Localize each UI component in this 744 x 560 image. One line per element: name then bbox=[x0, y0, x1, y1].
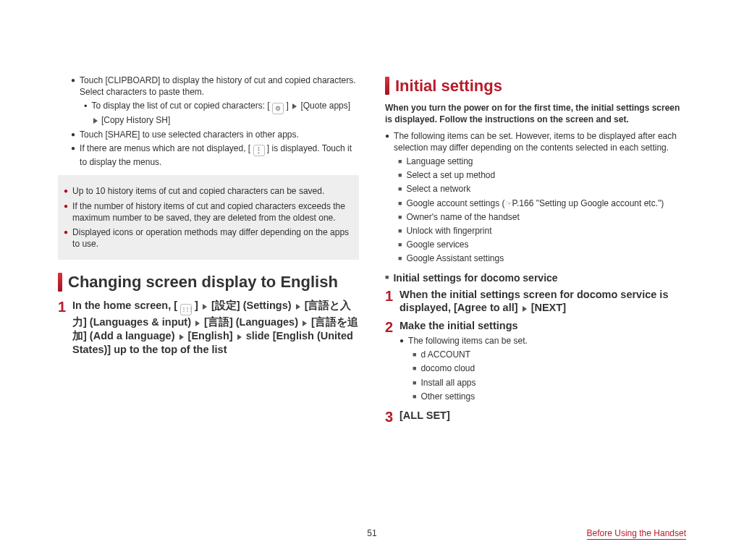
text: Google account settings (P.166 "Setting … bbox=[406, 198, 686, 209]
text: Select a set up method bbox=[406, 169, 686, 181]
text: The following items can be set. However,… bbox=[394, 130, 686, 153]
text: To display the list of cut or copied cha… bbox=[92, 101, 270, 111]
list-item: If there are menus which are not display… bbox=[71, 143, 359, 169]
bullet-icon bbox=[385, 130, 389, 153]
text: To display the list of cut or copied cha… bbox=[92, 100, 359, 126]
text: d ACCOUNT bbox=[420, 349, 686, 360]
square-icon bbox=[398, 198, 402, 209]
step-number: 3 bbox=[385, 409, 400, 425]
arrow-icon bbox=[179, 334, 184, 340]
heading-text: Initial settings bbox=[395, 77, 502, 95]
square-icon bbox=[398, 156, 402, 167]
text: ] bbox=[286, 101, 288, 111]
section-heading: Initial settings bbox=[385, 77, 686, 95]
left-column: Touch [CLIPBOARD] to display the history… bbox=[58, 72, 365, 429]
text: Owner's name of the handset bbox=[406, 211, 686, 223]
square-icon bbox=[413, 349, 416, 360]
bullet-icon bbox=[71, 75, 75, 98]
text: [NEXT] bbox=[531, 302, 566, 313]
arrow-icon bbox=[296, 304, 300, 310]
arrow-icon bbox=[93, 118, 98, 124]
list-item: Language setting bbox=[398, 156, 686, 167]
gear-icon bbox=[272, 103, 284, 114]
text: [言語] (Languages) bbox=[204, 316, 298, 328]
apps-icon bbox=[180, 304, 192, 315]
text: Google account settings ( bbox=[406, 198, 504, 208]
arrow-icon bbox=[303, 321, 307, 326]
bullet-icon bbox=[71, 129, 75, 140]
list-item: docomo cloud bbox=[413, 362, 686, 374]
list-item: Displayed icons or operation methods may… bbox=[64, 226, 350, 250]
step-1: 1 When the initial settings screen for d… bbox=[385, 288, 686, 315]
page-number: 51 bbox=[367, 528, 376, 538]
step-number: 1 bbox=[58, 299, 72, 357]
list-item: If the number of history items of cut an… bbox=[64, 200, 350, 224]
text: Google services bbox=[406, 239, 686, 250]
square-icon bbox=[398, 253, 402, 264]
text: In the home screen, [ bbox=[72, 300, 177, 311]
step-number: 2 bbox=[385, 319, 400, 404]
text: Language setting bbox=[406, 156, 686, 167]
list-item: Google Assistant settings bbox=[398, 253, 686, 264]
text: If the number of history items of cut an… bbox=[72, 200, 350, 224]
arrow-icon bbox=[203, 304, 207, 310]
text: If there are menus which are not display… bbox=[80, 143, 359, 169]
more-icon bbox=[253, 145, 265, 156]
square-icon bbox=[398, 225, 402, 237]
text: Install all apps bbox=[420, 377, 686, 389]
square-icon bbox=[398, 211, 402, 223]
list-item: Install all apps bbox=[413, 377, 686, 389]
step-1: 1 In the home screen, [ ] [設定] (Settings… bbox=[58, 299, 359, 357]
right-column: Initial settings When you turn the power… bbox=[379, 72, 686, 429]
text: [Quote apps] bbox=[300, 101, 350, 111]
list-item: Owner's name of the handset bbox=[398, 211, 686, 223]
arrow-icon bbox=[237, 334, 242, 340]
text: P.166 "Setting up Google account etc.") bbox=[512, 198, 664, 208]
bullet-icon bbox=[400, 335, 404, 347]
step-3: 3 [ALL SET] bbox=[385, 409, 686, 425]
bullet-icon bbox=[71, 143, 75, 169]
list-item: The following items can be set. However,… bbox=[385, 130, 686, 153]
list-item: Touch [CLIPBOARD] to display the history… bbox=[71, 75, 359, 98]
text: Up to 10 history items of cut and copied… bbox=[72, 185, 350, 197]
note-box: Up to 10 history items of cut and copied… bbox=[58, 175, 359, 260]
square-icon bbox=[385, 272, 389, 284]
square-icon bbox=[398, 239, 402, 250]
list-item: Google services bbox=[398, 239, 686, 250]
square-icon bbox=[413, 377, 416, 389]
arrow-icon bbox=[523, 306, 527, 312]
pointer-icon bbox=[505, 198, 512, 208]
step-title: In the home screen, [ ] [設定] (Settings) … bbox=[72, 299, 359, 357]
text: Select a network bbox=[406, 183, 686, 195]
accent-bar bbox=[58, 273, 62, 291]
bullet-icon bbox=[64, 185, 68, 197]
text: Touch [SHARE] to use selected characters… bbox=[80, 129, 359, 140]
text: [設定] (Settings) bbox=[211, 300, 292, 311]
list-item: Select a network bbox=[398, 183, 686, 195]
text: [English] bbox=[188, 330, 233, 341]
text: Displayed icons or operation methods may… bbox=[72, 226, 350, 250]
list-item: Unlock with fingerprint bbox=[398, 225, 686, 237]
section-heading: Changing screen display to English bbox=[58, 273, 359, 291]
chapter-label: Before Using the Handset bbox=[587, 528, 686, 540]
bullet-icon bbox=[84, 100, 88, 126]
text: Other settings bbox=[420, 391, 686, 402]
step-title: [ALL SET] bbox=[400, 409, 686, 423]
subsection-heading: Initial settings for docomo service bbox=[385, 272, 686, 284]
step-title: When the initial settings screen for doc… bbox=[400, 288, 686, 315]
text: Touch [CLIPBOARD] to display the history… bbox=[80, 75, 359, 98]
square-icon bbox=[398, 169, 402, 181]
text: The following items can be set. bbox=[408, 335, 686, 347]
step-title: Make the initial settings bbox=[400, 319, 686, 333]
list-item: The following items can be set. bbox=[400, 335, 686, 347]
list-item: Up to 10 history items of cut and copied… bbox=[64, 185, 350, 197]
arrow-icon bbox=[292, 103, 297, 109]
text: Google Assistant settings bbox=[406, 253, 686, 264]
list-item: Select a set up method bbox=[398, 169, 686, 181]
step-number: 1 bbox=[385, 288, 400, 315]
arrow-icon bbox=[195, 321, 200, 326]
square-icon bbox=[413, 362, 416, 374]
heading-text: Changing screen display to English bbox=[68, 273, 338, 291]
list-item: Touch [SHARE] to use selected characters… bbox=[71, 129, 359, 140]
text: Initial settings for docomo service bbox=[393, 272, 557, 284]
